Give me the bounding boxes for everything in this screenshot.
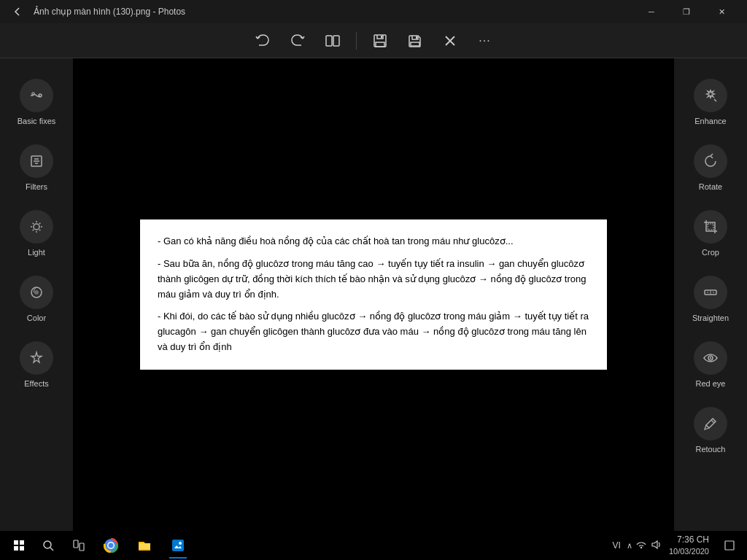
rotate-icon (694, 144, 727, 178)
toolbar: ··· (0, 23, 747, 58)
taskbar: VI ∧ 7:36 CH 10/03/2020 (0, 531, 747, 560)
right-item-enhance[interactable]: Enhance (681, 73, 740, 131)
rotate-label: Rotate (699, 182, 722, 191)
crop-label: Crop (702, 248, 719, 257)
window-controls: ─ ❐ ✕ (635, 0, 738, 23)
sidebar-item-basic-fixes[interactable]: Basic fixes (7, 73, 66, 131)
svg-point-8 (34, 224, 39, 230)
time-display: 7:36 CH (669, 534, 709, 546)
light-icon (20, 210, 53, 244)
svg-rect-4 (416, 36, 417, 39)
right-item-red-eye[interactable]: Red eye (681, 335, 740, 394)
svg-point-39 (640, 546, 642, 548)
sidebar-item-filters[interactable]: Filters (7, 139, 66, 197)
taskbar-app-photos[interactable] (162, 531, 194, 560)
filters-label: Filters (26, 182, 47, 191)
image-text-p1: - Gan có khả năng điều hoà nồng độ của c… (158, 234, 589, 249)
save-button[interactable] (400, 26, 430, 55)
filters-icon (20, 144, 53, 178)
minimize-button[interactable]: ─ (635, 0, 668, 23)
search-button[interactable] (34, 531, 63, 560)
svg-point-36 (109, 543, 114, 548)
start-button[interactable] (4, 531, 34, 560)
svg-point-18 (34, 290, 39, 295)
lang-indicator[interactable]: VI (610, 540, 624, 551)
save-copy-button[interactable] (365, 26, 395, 55)
svg-line-13 (33, 223, 34, 224)
image-display: - Gan có khả năng điều hoà nồng độ của c… (140, 219, 607, 370)
svg-rect-28 (14, 546, 18, 551)
right-item-rotate[interactable]: Rotate (681, 139, 740, 197)
svg-line-31 (50, 548, 53, 551)
chevron-icon[interactable]: ∧ (627, 541, 632, 551)
svg-rect-3 (381, 36, 382, 38)
svg-rect-1 (333, 36, 339, 46)
svg-rect-0 (326, 36, 332, 46)
sidebar-item-effects[interactable]: Effects (7, 335, 66, 394)
titlebar: Ảnh chụp màn hình (130).png - Photos ─ ❐… (0, 0, 747, 23)
more-options-button[interactable]: ··· (471, 26, 500, 55)
color-icon (20, 276, 53, 309)
network-icon[interactable] (635, 539, 647, 553)
color-label: Color (27, 314, 46, 322)
retouch-icon (694, 407, 727, 440)
maximize-button[interactable]: ❐ (670, 0, 703, 23)
main-area: Basic fixes Filters (0, 58, 747, 531)
right-item-crop[interactable]: Crop (681, 204, 740, 262)
svg-rect-33 (80, 543, 84, 551)
svg-rect-29 (20, 546, 24, 551)
sidebar-item-light[interactable]: Light (7, 204, 66, 262)
back-button[interactable] (9, 3, 26, 20)
effects-label: Effects (24, 379, 48, 388)
red-eye-label: Red eye (696, 379, 726, 388)
taskbar-app-explorer[interactable] (128, 531, 160, 560)
taskbar-apps (95, 531, 194, 560)
svg-line-14 (39, 230, 40, 230)
svg-rect-37 (172, 540, 184, 551)
basic-fixes-icon (20, 79, 53, 112)
cancel-edit-button[interactable] (436, 26, 465, 55)
left-sidebar: Basic fixes Filters (0, 58, 73, 531)
red-eye-icon (694, 341, 727, 375)
svg-rect-27 (20, 540, 24, 545)
svg-point-25 (710, 357, 711, 359)
undo-button[interactable] (248, 26, 277, 55)
svg-rect-26 (14, 540, 18, 545)
toolbar-divider (356, 32, 357, 50)
straighten-icon (694, 276, 727, 309)
retouch-label: Retouch (696, 445, 726, 454)
taskview-button[interactable] (63, 531, 95, 560)
svg-point-30 (44, 541, 51, 548)
window-title: Ảnh chụp màn hình (130).png - Photos (34, 7, 635, 17)
enhance-label: Enhance (694, 117, 726, 125)
effects-icon (20, 341, 53, 375)
sidebar-item-color[interactable]: Color (7, 270, 66, 328)
date-display: 10/03/2020 (669, 546, 709, 556)
right-item-retouch[interactable]: Retouch (681, 401, 740, 459)
volume-icon[interactable] (650, 539, 662, 553)
image-text-p3: - Khi đói, do các tế bào sử dụng nhiều g… (158, 309, 589, 354)
light-label: Light (28, 248, 45, 257)
svg-rect-19 (708, 224, 713, 230)
crop-icon (694, 210, 727, 244)
svg-point-38 (179, 542, 182, 545)
straighten-label: Straighten (692, 314, 729, 322)
canvas-area: - Gan có khả năng điều hoà nồng độ của c… (73, 58, 674, 531)
close-button[interactable]: ✕ (705, 0, 738, 23)
notification-button[interactable] (716, 531, 743, 560)
enhance-icon (694, 79, 727, 112)
clock[interactable]: 7:36 CH 10/03/2020 (665, 534, 713, 556)
svg-rect-40 (725, 541, 734, 550)
svg-line-16 (33, 230, 34, 230)
svg-line-15 (39, 223, 40, 224)
taskbar-right: VI ∧ 7:36 CH 10/03/2020 (610, 531, 743, 560)
redo-button[interactable] (283, 26, 312, 55)
compare-button[interactable] (318, 26, 347, 55)
right-sidebar: Enhance Rotate Crop (674, 58, 747, 531)
basic-fixes-label: Basic fixes (18, 117, 56, 125)
svg-rect-32 (74, 540, 78, 548)
taskbar-app-chrome[interactable] (95, 531, 127, 560)
image-text-p2: - Sau bữa ăn, nồng độ glucôzơ trong máu … (158, 257, 589, 302)
systray: VI ∧ (610, 539, 662, 553)
right-item-straighten[interactable]: Straighten (681, 270, 740, 328)
